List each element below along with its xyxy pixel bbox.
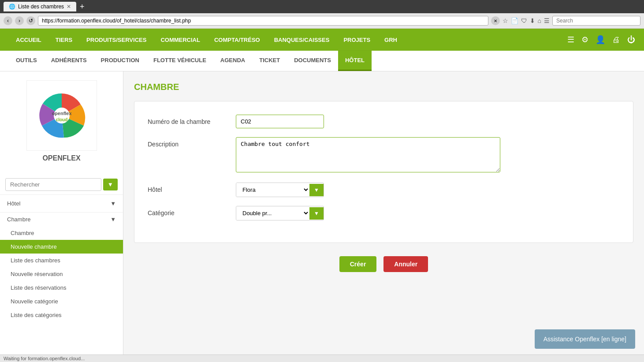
sidebar-logo-title: OPENFLEX [9, 151, 114, 166]
download-icon[interactable]: ⬇ [530, 17, 535, 24]
form-row-hotel: Hôtel Flora ▼ [148, 183, 620, 197]
home-icon[interactable]: ⌂ [538, 17, 541, 24]
logo-box: cloud openflex [26, 80, 97, 151]
forward-btn[interactable]: › [15, 16, 24, 25]
sidebar-chambre-label: Chambre [7, 216, 30, 223]
browser-tab[interactable]: 🌐 Liste des chambres ✕ [4, 2, 76, 11]
sidebar-link-nouvelle-chambre[interactable]: Nouvelle chambre [0, 240, 123, 254]
shield-icon[interactable]: 🛡 [521, 17, 527, 24]
page-title: CHAMBRE [134, 82, 633, 92]
nav-projets[interactable]: PROJETS [336, 29, 377, 51]
description-label: Description [148, 137, 236, 148]
sidebar-section-hotel: Hôtel ▼ [0, 194, 123, 212]
form-actions: Créer Annuler [134, 256, 633, 272]
hotel-control-wrap: Flora ▼ [236, 183, 620, 197]
browser-icons: ☆ 📄 🛡 ⬇ ⌂ ☰ [503, 17, 550, 24]
sidebar-chambre-header[interactable]: Chambre ▼ [0, 213, 123, 226]
sidebar-link-liste-reservations[interactable]: Liste des réservations [0, 281, 123, 295]
back-btn[interactable]: ‹ [4, 16, 12, 25]
nav-compta[interactable]: COMPTA/TRÉSO [207, 29, 267, 51]
form-row-description: Description Chambre tout confort [148, 137, 620, 174]
reload-btn[interactable]: ↺ [26, 16, 35, 25]
tab-favicon: 🌐 [9, 4, 15, 10]
search-bar[interactable] [552, 16, 640, 26]
top-nav-items: ACCUEIL TIERS PRODUITS/SERVICES COMMERCI… [9, 29, 567, 51]
browser-controls: ‹ › ↺ ✕ ☆ 📄 🛡 ⬇ ⌂ ☰ [0, 13, 644, 29]
nav-flotte[interactable]: FLOTTE VÉHICULE [146, 51, 213, 71]
sidebar-link-nouvelle-categorie[interactable]: Nouvelle catégorie [0, 295, 123, 308]
sidebar-search-dropdown-btn[interactable]: ▼ [103, 179, 118, 190]
nav-commercial[interactable]: COMMERCIAL [153, 29, 207, 51]
bookmark-icon[interactable]: ☆ [503, 17, 508, 24]
numero-label: Numéro de la chambre [148, 115, 236, 125]
nav-documents[interactable]: DOCUMENTS [287, 51, 338, 71]
main-layout: cloud openflex OPENFLEX ▼ Hôtel ▼ [0, 71, 644, 362]
menu-icon[interactable]: ☰ [544, 17, 550, 24]
address-bar[interactable] [38, 16, 488, 26]
nav-agenda[interactable]: AGENDA [213, 51, 252, 71]
description-control-wrap: Chambre tout confort [236, 137, 620, 174]
sidebar-logo: cloud openflex OPENFLEX [0, 71, 123, 175]
reader-icon[interactable]: 📄 [511, 17, 518, 24]
print-icon[interactable]: 🖨 [612, 35, 620, 45]
svg-text:cloud: cloud [56, 117, 67, 122]
nav-grh[interactable]: GRH [377, 29, 404, 51]
new-tab-btn[interactable]: + [80, 2, 85, 11]
assistance-widget[interactable]: Assistance Openflex [en ligne] [535, 329, 635, 349]
nav-produits[interactable]: PRODUITS/SERVICES [79, 29, 153, 51]
nav-adherents[interactable]: ADHÉRENTS [44, 51, 94, 71]
categorie-control-wrap: Double pr... Simple Suite ▼ [236, 206, 620, 220]
nav-accueil[interactable]: ACCUEIL [9, 29, 48, 51]
sidebar-search-input[interactable] [5, 178, 101, 191]
hotel-select[interactable]: Flora [236, 183, 309, 197]
hotel-dropdown-btn[interactable]: ▼ [309, 184, 324, 196]
sidebar-search-area: ▼ [0, 175, 123, 194]
numero-input[interactable] [236, 115, 324, 128]
status-text: Waiting for formation.openflex.cloud... [4, 356, 85, 361]
openflex-logo-svg: cloud openflex [33, 87, 90, 144]
categorie-dropdown-btn[interactable]: ▼ [309, 207, 324, 220]
nav-hotel[interactable]: HÔTEL [338, 51, 372, 71]
secondary-nav: OUTILS ADHÉRENTS PRODUCTION FLOTTE VÉHIC… [0, 51, 644, 71]
sidebar-hotel-label: Hôtel [7, 200, 20, 207]
app-wrapper: ACCUEIL TIERS PRODUITS/SERVICES COMMERCI… [0, 29, 644, 362]
nav-ticket[interactable]: TICKET [252, 51, 287, 71]
form-row-categorie: Catégorie Double pr... Simple Suite ▼ [148, 206, 620, 220]
user-icon[interactable]: 👤 [596, 35, 605, 45]
categorie-select[interactable]: Double pr... Simple Suite [236, 206, 309, 220]
browser-chrome: 🌐 Liste des chambres ✕ + [0, 0, 644, 13]
top-nav-right: ☰ ⚙ 👤 🖨 ⏻ [567, 35, 635, 45]
tab-title: Liste des chambres [18, 4, 64, 10]
close-tab-btn[interactable]: ✕ [491, 16, 500, 25]
power-icon[interactable]: ⏻ [627, 35, 635, 45]
categorie-select-wrap: Double pr... Simple Suite ▼ [236, 206, 324, 220]
assistance-label: Assistance Openflex [en ligne] [543, 336, 626, 343]
status-bar: Waiting for formation.openflex.cloud... [0, 355, 644, 362]
description-textarea[interactable]: Chambre tout confort [236, 137, 500, 172]
sidebar-hotel-header[interactable]: Hôtel ▼ [0, 195, 123, 212]
sidebar-link-nouvelle-reservation[interactable]: Nouvelle réservation [0, 267, 123, 281]
sidebar-chambre-chevron: ▼ [110, 216, 116, 223]
nav-production[interactable]: PRODUCTION [94, 51, 146, 71]
svg-text:openflex: openflex [52, 111, 72, 116]
nav-tiers[interactable]: TIERS [48, 29, 79, 51]
top-nav: ACCUEIL TIERS PRODUITS/SERVICES COMMERCI… [0, 29, 644, 51]
create-button[interactable]: Créer [339, 256, 377, 272]
nav-outils[interactable]: OUTILS [9, 51, 44, 71]
sidebar-link-liste-categories[interactable]: Liste des catégories [0, 308, 123, 322]
sidebar-section-chambre: Chambre ▼ Chambre Nouvelle chambre Liste… [0, 212, 123, 322]
settings-icon[interactable]: ⚙ [581, 35, 588, 45]
categorie-label: Catégorie [148, 206, 236, 216]
sidebar-hotel-chevron: ▼ [110, 200, 116, 207]
menu-hamburger-icon[interactable]: ☰ [567, 35, 574, 45]
hotel-select-wrap: Flora ▼ [236, 183, 324, 197]
sidebar-link-liste-chambres[interactable]: Liste des chambres [0, 254, 123, 267]
nav-banques[interactable]: BANQUES/CAISSES [267, 29, 337, 51]
tab-close-btn[interactable]: ✕ [67, 4, 71, 10]
hotel-label: Hôtel [148, 183, 236, 193]
sidebar-link-chambre[interactable]: Chambre [0, 226, 123, 240]
sidebar: cloud openflex OPENFLEX ▼ Hôtel ▼ [0, 71, 123, 362]
cancel-button[interactable]: Annuler [383, 256, 428, 272]
content-area: CHAMBRE Numéro de la chambre Description… [123, 71, 644, 362]
numero-control-wrap [236, 115, 620, 128]
